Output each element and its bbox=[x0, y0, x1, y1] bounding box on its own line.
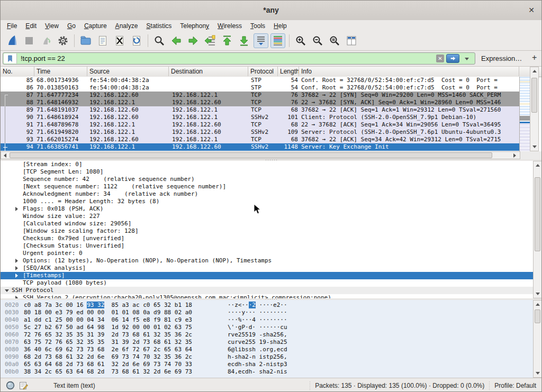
column-header-length[interactable]: Length bbox=[278, 67, 299, 76]
hex-row[interactable]: 006072 76 65 32 35 35 31 39 2d 73 68 61 … bbox=[1, 331, 541, 339]
capture-stop-button[interactable] bbox=[22, 33, 37, 48]
ascii-bytes[interactable]: ····y··· ········ bbox=[228, 309, 287, 316]
capture-options-button[interactable] bbox=[56, 33, 70, 48]
menu-capture[interactable]: Capture bbox=[80, 21, 111, 31]
packet-row[interactable]: 9071.648618924192.168.122.60192.168.122.… bbox=[1, 114, 519, 121]
detail-row[interactable]: Window size value: 227 bbox=[1, 213, 541, 220]
hex-bytes[interactable]: 68 2d 73 68 61 32 2d 6e 69 73 74 70 32 3… bbox=[24, 353, 192, 361]
filter-apply-button[interactable] bbox=[446, 54, 459, 63]
hex-row[interactable]: 0020c0 a8 7a 3c 00 16 93 32 85 a3 ac c0 … bbox=[1, 302, 541, 309]
zoom-original-button[interactable] bbox=[327, 33, 342, 48]
hex-bytes[interactable]: 65 63 64 68 2d 73 68 61 32 2d 6e 69 73 7… bbox=[24, 361, 192, 368]
detail-row[interactable]: Flags: 0x018 (PSH, ACK) bbox=[1, 205, 541, 213]
resize-columns-button[interactable] bbox=[344, 33, 359, 48]
detail-row[interactable]: [Stream index: 0] bbox=[1, 161, 541, 168]
column-header-source[interactable]: Source bbox=[87, 67, 169, 76]
hex-row[interactable]: 007063 75 72 76 65 32 35 35 31 39 2d 73 … bbox=[1, 339, 541, 346]
detail-row[interactable]: Urgent pointer: 0 bbox=[1, 250, 541, 257]
auto-scroll-toggle[interactable] bbox=[254, 33, 268, 48]
file-open-button[interactable] bbox=[78, 33, 93, 48]
hex-row[interactable]: 008036 40 6c 69 62 73 73 68 2e 6f 72 67 … bbox=[1, 346, 541, 353]
detail-row[interactable]: TCP payload (1080 bytes) bbox=[1, 279, 541, 287]
scroll-up-button[interactable] bbox=[534, 301, 541, 308]
file-save-button[interactable] bbox=[95, 33, 110, 48]
column-header-no[interactable]: No. bbox=[1, 67, 34, 76]
detail-row[interactable]: [Next sequence number: 1122 (relative se… bbox=[1, 183, 541, 190]
ascii-bytes[interactable]: \'·gP·d· ······cu bbox=[228, 324, 287, 331]
packet-row[interactable]: 8971.648191037192.168.122.60192.168.122.… bbox=[1, 106, 519, 114]
capture-restart-button[interactable] bbox=[39, 33, 53, 48]
menu-edit[interactable]: Edit bbox=[21, 21, 41, 31]
go-forward-button[interactable] bbox=[186, 33, 201, 48]
ascii-bytes[interactable]: 6@libssh .org,ecd bbox=[228, 346, 287, 353]
detail-row[interactable]: Sequence number: 42 (relative sequence n… bbox=[1, 176, 541, 183]
hex-row[interactable]: 003080 18 00 e3 79 ed 00 00 01 01 08 0a … bbox=[1, 309, 541, 316]
file-reload-button[interactable] bbox=[129, 33, 144, 48]
scroll-thumb[interactable] bbox=[531, 78, 537, 113]
detail-row[interactable]: SSH Version 2 (encryption:chacha20-poly1… bbox=[1, 294, 541, 298]
detail-row[interactable]: [Checksum Status: Unverified] bbox=[1, 242, 541, 250]
ascii-bytes[interactable]: ecdh-sha 2-nistp3 bbox=[228, 361, 287, 368]
find-packet-button[interactable] bbox=[152, 33, 167, 48]
expression-button[interactable]: Expression… bbox=[481, 54, 522, 62]
detail-row[interactable]: [Window size scaling factor: 128] bbox=[1, 227, 541, 235]
hex-bytes[interactable]: 72 76 65 32 35 35 31 39 2d 73 68 61 32 3… bbox=[24, 331, 192, 339]
ascii-bytes[interactable]: ··z<···2 ····e2·· bbox=[228, 302, 287, 309]
packet-row[interactable]: 8771.647777234192.168.122.60192.168.122.… bbox=[1, 92, 519, 99]
colorize-toggle[interactable] bbox=[270, 33, 285, 48]
menu-view[interactable]: View bbox=[41, 21, 63, 31]
ascii-bytes[interactable]: ···%···4 ········ bbox=[228, 316, 287, 324]
filter-clear-button[interactable]: ✕ bbox=[436, 54, 444, 62]
packet-row[interactable]: 8670.013850163fe:54:00:d4:38:2aSTP54Conf… bbox=[1, 84, 519, 92]
ascii-bytes[interactable]: 84,ecdh- sha2-nis bbox=[228, 368, 287, 376]
scroll-left-button[interactable] bbox=[2, 152, 8, 159]
profile-status[interactable]: Profile: Default bbox=[494, 382, 536, 389]
file-close-button[interactable] bbox=[112, 33, 127, 48]
scroll-thumb[interactable] bbox=[10, 152, 492, 158]
menu-telephony[interactable]: Telephony bbox=[176, 21, 213, 31]
hex-bytes[interactable]: 80 18 00 e3 79 ed 00 00 01 01 08 0a d9 8… bbox=[24, 309, 192, 316]
expand-arrow-icon[interactable] bbox=[5, 289, 9, 292]
go-to-packet-button[interactable] bbox=[203, 33, 218, 48]
detail-row[interactable]: [TCP Segment Len: 1080] bbox=[1, 168, 541, 176]
go-first-button[interactable] bbox=[220, 33, 234, 48]
menu-wireless[interactable]: Wireless bbox=[213, 21, 246, 31]
ascii-bytes[interactable]: curve255 19-sha25 bbox=[228, 339, 287, 346]
filter-expression-text[interactable]: !tcp.port == 22 bbox=[21, 54, 65, 62]
detail-row[interactable]: Acknowledgment number: 34 (relative ack … bbox=[1, 190, 541, 198]
close-window-button[interactable]: ✕ bbox=[527, 5, 536, 15]
hex-bytes[interactable]: c0 a8 7a 3c 00 16 93 32 85 a3 ac c0 65 3… bbox=[24, 302, 192, 309]
go-last-button[interactable] bbox=[237, 33, 251, 48]
detail-row[interactable]: Checksum: 0x79ed [unverified] bbox=[1, 235, 541, 242]
hex-row[interactable]: 00a065 63 64 68 2d 73 68 61 32 2d 6e 69 … bbox=[1, 361, 541, 368]
detail-row[interactable]: SSH Protocol bbox=[1, 287, 541, 294]
column-header-destination[interactable]: Destination bbox=[169, 67, 248, 76]
menu-tools[interactable]: Tools bbox=[246, 21, 269, 31]
collapse-arrow-icon[interactable] bbox=[15, 207, 18, 211]
scroll-right-button[interactable] bbox=[511, 152, 518, 159]
display-filter-input[interactable]: !tcp.port == 22 ✕ bbox=[3, 52, 475, 65]
scroll-up-button[interactable] bbox=[534, 162, 541, 169]
hex-row[interactable]: 00505c 27 b2 67 50 ad 64 98 1d 92 00 00 … bbox=[1, 324, 541, 331]
scroll-down-button[interactable] bbox=[534, 290, 541, 297]
packet-row[interactable]: 9171.648789678192.168.122.1192.168.122.6… bbox=[1, 121, 519, 129]
packet-row[interactable]: 8871.648146932192.168.122.1192.168.122.6… bbox=[1, 99, 519, 106]
detail-row[interactable]: 1000 .... = Header Length: 32 bytes (8) bbox=[1, 198, 541, 205]
zoom-in-button[interactable] bbox=[293, 33, 308, 48]
column-header-info[interactable]: Info bbox=[299, 67, 519, 76]
bytes-vscrollbar[interactable] bbox=[533, 300, 542, 378]
intelligent-scrollbar-minimap[interactable] bbox=[519, 77, 530, 151]
hex-bytes[interactable]: 5c 27 b2 67 50 ad 64 98 1d 92 00 00 01 0… bbox=[24, 324, 192, 331]
go-back-button[interactable] bbox=[169, 33, 184, 48]
scroll-down-button[interactable] bbox=[530, 143, 538, 150]
add-filter-button[interactable]: + bbox=[532, 53, 537, 62]
collapse-arrow-icon[interactable] bbox=[15, 266, 18, 270]
hex-bytes[interactable]: 38 34 2c 65 63 64 68 2d 73 68 61 32 2d 6… bbox=[24, 368, 192, 376]
scroll-thumb[interactable] bbox=[535, 309, 540, 323]
scroll-down-button[interactable] bbox=[534, 370, 541, 377]
menu-analyze[interactable]: Analyze bbox=[111, 21, 142, 31]
collapse-arrow-icon[interactable] bbox=[15, 274, 18, 278]
capture-start-button[interactable] bbox=[5, 33, 20, 48]
packet-list-vscrollbar[interactable] bbox=[530, 67, 539, 151]
packet-row[interactable]: 9471.663856741192.168.122.1192.168.122.6… bbox=[1, 143, 519, 151]
